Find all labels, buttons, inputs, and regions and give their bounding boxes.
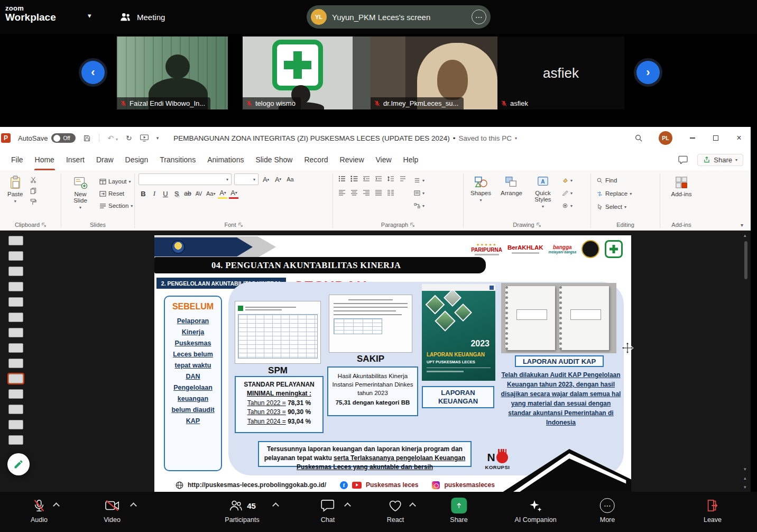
slide-thumbnail[interactable]	[8, 405, 23, 414]
quick-styles-button[interactable]: A Quick Styles▾	[529, 173, 557, 211]
shape-fill-button[interactable]: ▾	[560, 175, 574, 186]
align-center-icon[interactable]	[349, 187, 359, 198]
chevron-down-icon[interactable]: ▾	[88, 12, 91, 20]
scroll-down-icon[interactable]: ▾	[744, 466, 746, 472]
saved-status[interactable]: Saved to this PC	[458, 134, 512, 142]
shapes-button[interactable]: Shapes▾	[467, 173, 494, 205]
participant-video-1[interactable]: Faizal Endi Wibowo_In...	[117, 36, 228, 109]
paste-button[interactable]: Paste ▾	[4, 173, 26, 206]
menu-view[interactable]: View	[370, 149, 398, 170]
menu-file[interactable]: File	[5, 149, 29, 170]
participant-video-2[interactable]: telogo wismo	[243, 36, 371, 109]
replace-button[interactable]: Replace▾	[595, 188, 633, 199]
text-shadow-button[interactable]: S	[172, 188, 181, 199]
react-options-chevron[interactable]	[409, 502, 416, 509]
bullets-icon[interactable]	[337, 173, 347, 184]
dialog-launcher-icon[interactable]	[537, 223, 541, 227]
cut-icon[interactable]	[28, 175, 39, 185]
menu-help[interactable]: Help	[398, 149, 424, 170]
decrease-indent-icon[interactable]	[361, 173, 372, 184]
comments-icon[interactable]	[675, 153, 691, 167]
tab-meeting[interactable]: Meeting	[119, 7, 165, 26]
customize-qat-icon[interactable]: ▾	[156, 135, 159, 141]
ai-companion-button[interactable]: AI Companion	[514, 497, 556, 524]
participants-options-chevron[interactable]	[272, 502, 279, 509]
slide-thumbnail[interactable]	[8, 359, 23, 368]
numbering-icon[interactable]	[349, 173, 359, 184]
menu-slide-show[interactable]: Slide Show	[250, 149, 298, 170]
shape-outline-button[interactable]: ▾	[560, 187, 574, 199]
text-direction-icon[interactable]	[398, 173, 408, 184]
search-icon[interactable]	[627, 127, 650, 149]
slide-thumbnail[interactable]	[8, 267, 23, 276]
slide-thumbnail[interactable]	[8, 282, 23, 291]
redo-icon[interactable]: ↻	[126, 134, 132, 142]
font-size-select[interactable]: ▾	[234, 173, 259, 185]
slide-thumbnail[interactable]	[8, 420, 23, 429]
change-case-button[interactable]: Aa▾	[205, 188, 216, 199]
video-options-chevron[interactable]	[130, 502, 137, 509]
menu-draw[interactable]: Draw	[90, 149, 119, 170]
slide-canvas[interactable]: ★★★★★ PARIPURNA BerAKHLAK bangga melayan…	[154, 235, 631, 492]
account-avatar[interactable]: PL	[659, 131, 672, 145]
increase-indent-icon[interactable]	[373, 173, 384, 184]
line-spacing-icon[interactable]	[385, 173, 396, 184]
next-videos-button[interactable]: ›	[636, 61, 660, 84]
collapse-ribbon-icon[interactable]: ▾	[741, 222, 743, 228]
maximize-button[interactable]	[704, 127, 727, 149]
add-ins-button[interactable]: Add-ins	[668, 173, 695, 199]
participants-button[interactable]: 45 Participants	[225, 497, 259, 524]
ppt-vertical-scrollbar[interactable]: ▴ ▾ ▴ ▾	[742, 232, 750, 490]
close-button[interactable]: ×	[727, 127, 751, 149]
slide-thumbnail[interactable]	[8, 297, 23, 307]
chat-button[interactable]: Chat	[321, 497, 335, 524]
italic-button[interactable]: I	[150, 188, 159, 199]
slide-thumbnail[interactable]	[8, 389, 23, 399]
slide-thumbnail[interactable]	[8, 313, 23, 322]
menu-design[interactable]: Design	[119, 149, 154, 170]
menu-home[interactable]: Home	[29, 149, 60, 170]
clear-formatting-icon[interactable]: Aa	[285, 174, 295, 185]
menu-insert[interactable]: Insert	[60, 149, 90, 170]
strikethrough-button[interactable]: ab	[183, 188, 192, 199]
bold-button[interactable]: B	[139, 188, 148, 199]
ppt-share-button[interactable]: Share ▾	[697, 154, 743, 166]
slide-thumbnail[interactable]	[8, 328, 23, 337]
leave-button[interactable]: Leave	[704, 497, 722, 524]
scrollbar-thumb[interactable]	[744, 241, 747, 279]
participant-video-3[interactable]: dr.Imey_PkmLeces_su...	[371, 36, 497, 109]
audio-button[interactable]: Audio	[31, 497, 48, 524]
columns-icon[interactable]	[385, 187, 396, 198]
scroll-up-icon[interactable]: ▴	[744, 233, 746, 238]
increase-font-icon[interactable]: A▴	[261, 174, 271, 185]
shape-effects-button[interactable]: ▾	[560, 200, 574, 212]
slide-thumbnail[interactable]	[8, 236, 23, 245]
align-right-icon[interactable]	[361, 187, 372, 198]
character-spacing-button[interactable]: AV	[194, 188, 204, 199]
format-painter-icon[interactable]	[28, 197, 39, 207]
justify-icon[interactable]	[373, 187, 384, 198]
more-button[interactable]: ⋯ More	[600, 497, 615, 524]
select-button[interactable]: Select▾	[595, 201, 633, 213]
shared-screen-pill[interactable]: YL Yuyun_PKM Leces's screen ⋯	[307, 5, 491, 29]
slide-thumbnail[interactable]	[8, 343, 23, 353]
slide-thumbnail-selected[interactable]	[8, 374, 23, 383]
previous-videos-button[interactable]: ‹	[81, 61, 105, 84]
convert-smartart-button[interactable]: ▾	[412, 200, 426, 212]
dialog-launcher-icon[interactable]	[410, 223, 415, 227]
menu-animations[interactable]: Animations	[201, 149, 250, 170]
copy-icon[interactable]	[28, 186, 39, 196]
arrange-button[interactable]: Arrange	[497, 173, 525, 198]
decrease-font-icon[interactable]: A▾	[273, 174, 283, 185]
menu-record[interactable]: Record	[298, 149, 334, 170]
undo-icon[interactable]: ↶ ▾	[107, 134, 118, 142]
highlight-color-button[interactable]: A▾	[218, 188, 227, 199]
dialog-launcher-icon[interactable]	[42, 223, 47, 227]
chat-options-chevron[interactable]	[344, 502, 351, 509]
chevron-down-icon[interactable]: ▾	[515, 136, 517, 141]
autosave-toggle[interactable]: Off	[51, 133, 76, 143]
slide-thumbnail[interactable]	[8, 435, 23, 445]
share-screen-button[interactable]: Share	[450, 497, 467, 524]
save-icon[interactable]	[83, 134, 91, 142]
participant-video-4[interactable]: asfiek asfiek	[497, 36, 624, 109]
